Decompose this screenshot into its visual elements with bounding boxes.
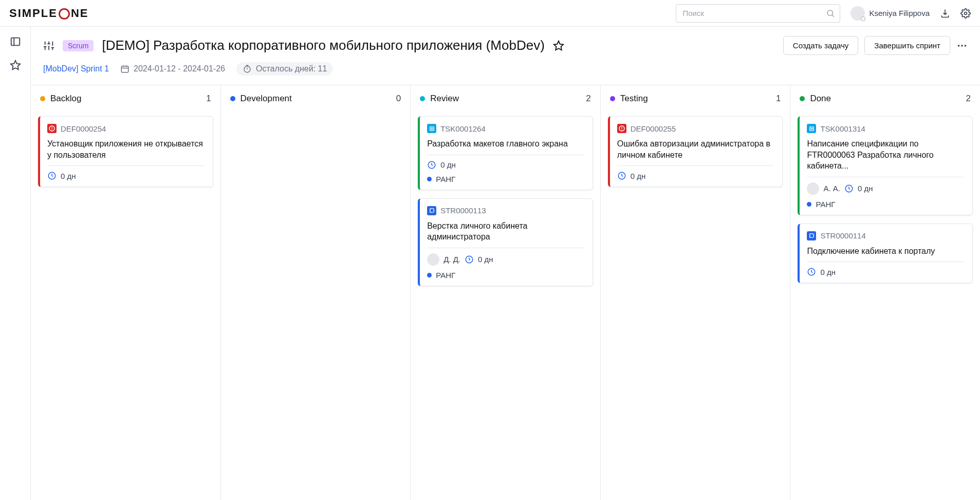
card-divider	[807, 262, 964, 262]
svg-point-37	[621, 129, 622, 131]
task-id: STR0000114	[820, 231, 865, 240]
card-id-row: TSK0001314	[807, 124, 964, 133]
column-testing: Testing1DEF0000255Ошибка авторизации адм…	[601, 85, 791, 500]
duration: 0 дн	[858, 184, 873, 193]
assignee-avatar	[427, 253, 439, 266]
svg-rect-30	[430, 126, 434, 130]
logo[interactable]: SIMPLENE	[9, 7, 88, 20]
logo-o-icon	[59, 8, 70, 20]
star-icon[interactable]	[10, 60, 21, 71]
column-development: Development0	[221, 85, 411, 500]
task-card[interactable]: TSK0001264Разработка макетов главного эк…	[418, 116, 593, 190]
task-title: Верстка личного кабинета администратора	[427, 220, 584, 243]
column-dot-icon	[230, 96, 235, 101]
gear-icon[interactable]	[960, 8, 971, 18]
svg-point-2	[965, 12, 967, 14]
card-divider	[617, 165, 774, 166]
assignee-chip: Д. Д.	[427, 253, 460, 266]
search-icon[interactable]	[826, 9, 835, 18]
card-meta: 0 дн	[427, 160, 584, 170]
clock-icon	[465, 255, 474, 264]
assignee-chip: А. А.	[807, 182, 840, 195]
svg-point-17	[961, 45, 963, 47]
column-title: Development	[241, 94, 391, 104]
tag-dot-icon	[427, 273, 432, 277]
column-count: 0	[396, 94, 401, 104]
assignee-avatar	[807, 182, 819, 195]
task-type-icon	[617, 124, 626, 133]
column-header: Review2	[411, 85, 600, 112]
user-chip[interactable]: Kseniya Filippova	[850, 6, 930, 21]
card-id-row: STR0000114	[807, 231, 964, 240]
column-header: Done2	[790, 85, 980, 112]
create-task-button[interactable]: Создать задачу	[783, 36, 858, 55]
column-count: 2	[966, 94, 971, 104]
card-divider	[47, 165, 205, 166]
column-title: Testing	[620, 94, 771, 104]
date-range-text: 2024-01-12 - 2024-01-26	[134, 64, 225, 73]
column-done: Done2TSK0001314Написание спецификации по…	[790, 85, 980, 500]
top-header: SIMPLENE Kseniya Filippova	[0, 0, 980, 27]
kanban-board: Backlog1DEF0000254Установщик приложения …	[31, 85, 980, 500]
tag-label: РАНГ	[816, 200, 835, 209]
download-icon[interactable]	[940, 8, 950, 18]
column-body: TSK0001264Разработка макетов главного эк…	[411, 112, 600, 290]
methodology-tag: Scrum	[63, 40, 94, 51]
duration: 0 дн	[61, 172, 76, 180]
task-type-icon	[807, 124, 816, 133]
task-title: Подключение кабинета к порталу	[807, 246, 964, 257]
task-title: Установщик приложения не открывается у п…	[47, 138, 205, 160]
task-card[interactable]: TSK0001314Написание спецификации по FTR0…	[798, 116, 973, 215]
task-type-icon	[427, 206, 436, 215]
card-tag: РАНГ	[427, 175, 584, 183]
card-id-row: DEF0000254	[47, 124, 205, 133]
tag-label: РАНГ	[436, 271, 455, 280]
more-icon[interactable]	[956, 40, 968, 51]
task-type-icon	[47, 124, 57, 133]
task-card[interactable]: DEF0000254Установщик приложения не откры…	[38, 116, 213, 187]
clock-icon	[617, 171, 626, 180]
task-id: DEF0000255	[631, 124, 676, 133]
task-card[interactable]: STR0000113Верстка личного кабинета админ…	[418, 198, 593, 286]
timer-icon	[243, 64, 252, 73]
page-header: Scrum [DEMO] Разработка корпоративного м…	[31, 27, 980, 85]
tag-dot-icon	[807, 202, 811, 207]
assignee-name: А. А.	[823, 184, 840, 193]
date-range: 2024-01-12 - 2024-01-26	[120, 64, 225, 73]
svg-point-28	[51, 129, 52, 131]
card-meta: 0 дн	[807, 267, 964, 276]
duration: 0 дн	[478, 255, 493, 264]
column-header: Development0	[221, 85, 411, 112]
svg-marker-15	[554, 41, 563, 49]
task-id: STR0000113	[440, 206, 486, 215]
svg-point-16	[958, 45, 960, 47]
favorite-star-icon[interactable]	[553, 40, 564, 51]
column-dot-icon	[420, 96, 425, 101]
svg-marker-5	[10, 61, 20, 69]
svg-rect-39	[810, 126, 813, 130]
svg-point-18	[965, 45, 967, 47]
card-divider	[427, 248, 584, 248]
card-id-row: TSK0001264	[427, 124, 584, 133]
column-dot-icon	[800, 96, 805, 101]
card-tag: РАНГ	[427, 271, 584, 280]
sprint-link[interactable]: [MobDev] Sprint 1	[43, 64, 109, 73]
column-review: Review2TSK0001264Разработка макетов глав…	[411, 85, 601, 500]
column-body: DEF0000254Установщик приложения не откры…	[31, 112, 220, 191]
panel-icon[interactable]	[10, 36, 21, 47]
task-card[interactable]: DEF0000255Ошибка авторизации администрат…	[608, 116, 783, 187]
task-title: Написание спецификации по FTR0000063 Раз…	[807, 138, 964, 172]
svg-rect-19	[121, 66, 128, 72]
search-wrap	[676, 4, 840, 23]
column-header: Backlog1	[31, 85, 220, 112]
column-body: DEF0000255Ошибка авторизации администрат…	[601, 112, 790, 191]
user-name: Kseniya Filippova	[869, 9, 930, 17]
page-title: [DEMO] Разработка корпоративного мобильн…	[102, 38, 544, 53]
search-input[interactable]	[676, 4, 840, 23]
task-id: TSK0001314	[820, 124, 865, 133]
finish-sprint-button[interactable]: Завершить спринт	[864, 36, 950, 55]
task-title: Разработка макетов главного экрана	[427, 138, 584, 150]
sliders-icon[interactable]	[43, 40, 54, 51]
card-divider	[807, 177, 964, 177]
task-card[interactable]: STR0000114Подключение кабинета к порталу…	[798, 224, 973, 284]
